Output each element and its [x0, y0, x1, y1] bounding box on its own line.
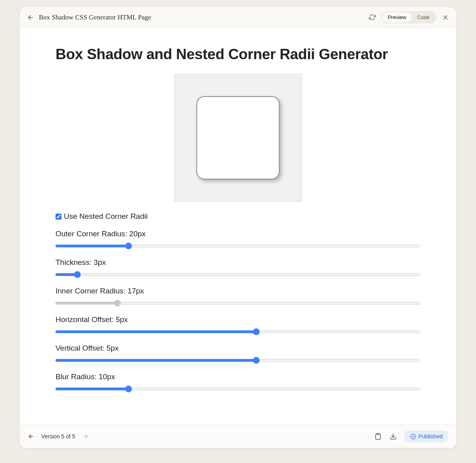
control-inner_radius: Inner Corner Radius: 17px: [56, 287, 420, 307]
close-icon[interactable]: [442, 14, 449, 21]
version-label: Version 5 of 5: [41, 433, 75, 440]
control-label-outer_radius: Outer Corner Radius: 20px: [56, 230, 420, 238]
nested-radii-checkbox-row[interactable]: Use Nested Corner Radii: [56, 212, 420, 221]
control-blur: Blur Radius: 10px: [56, 372, 420, 392]
footer: Version 5 of 5 Published: [20, 424, 456, 448]
control-thickness: Thickness: 3px: [56, 258, 420, 278]
app-window: Box Shadow CSS Generator HTML Page Previ…: [20, 7, 456, 448]
slider-fill: [56, 330, 256, 333]
nested-radii-checkbox[interactable]: [56, 214, 61, 220]
slider-thumb[interactable]: [125, 386, 132, 392]
nested-radii-label: Use Nested Corner Radii: [64, 212, 148, 221]
check-circle-icon: [410, 434, 416, 440]
version-nav: Version 5 of 5: [28, 433, 89, 440]
slider-thickness[interactable]: [56, 271, 420, 278]
svg-rect-5: [377, 434, 379, 435]
page-title: Box Shadow and Nested Corner Radii Gener…: [56, 46, 420, 63]
slider-track: [56, 273, 420, 276]
slider-outer_radius[interactable]: [56, 242, 420, 249]
slider-inner_radius: [56, 299, 420, 307]
tab-preview[interactable]: Preview: [382, 12, 412, 22]
published-label: Published: [418, 433, 443, 440]
control-label-h_offset: Horizontal Offset: 5px: [56, 315, 420, 324]
preview-inner-box: [196, 96, 280, 179]
slider-thumb[interactable]: [74, 271, 81, 278]
next-version-icon[interactable]: [83, 433, 89, 440]
control-label-blur: Blur Radius: 10px: [56, 372, 420, 381]
slider-thumb[interactable]: [253, 328, 260, 335]
control-label-v_offset: Vertical Offset: 5px: [56, 344, 420, 353]
tab-code[interactable]: Code: [412, 12, 435, 22]
prev-version-icon[interactable]: [28, 433, 34, 440]
back-arrow-icon[interactable]: [27, 14, 34, 21]
slider-blur[interactable]: [56, 385, 420, 392]
published-badge[interactable]: Published: [405, 430, 449, 442]
slider-fill: [56, 302, 117, 305]
slider-fill: [56, 388, 129, 390]
slider-thumb: [114, 300, 121, 307]
control-h_offset: Horizontal Offset: 5px: [56, 315, 420, 335]
clipboard-icon[interactable]: [374, 433, 382, 440]
window-title: Box Shadow CSS Generator HTML Page: [39, 14, 364, 21]
slider-fill: [56, 359, 256, 362]
control-label-inner_radius: Inner Corner Radius: 17px: [56, 287, 420, 295]
slider-thumb[interactable]: [125, 243, 132, 249]
titlebar-actions: Preview Code: [369, 11, 449, 23]
titlebar: Box Shadow CSS Generator HTML Page Previ…: [20, 7, 456, 28]
control-outer_radius: Outer Corner Radius: 20px: [56, 230, 420, 249]
control-label-thickness: Thickness: 3px: [56, 258, 420, 267]
slider-thumb[interactable]: [253, 357, 260, 364]
slider-h_offset[interactable]: [56, 328, 420, 335]
preview-container: [56, 74, 420, 202]
slider-fill: [56, 245, 129, 247]
preview-outer-box: [174, 74, 302, 202]
slider-v_offset[interactable]: [56, 357, 420, 364]
controls-list: Outer Corner Radius: 20pxThickness: 3pxI…: [56, 230, 420, 392]
control-v_offset: Vertical Offset: 5px: [56, 344, 420, 364]
svg-point-7: [411, 434, 416, 439]
view-toggle: Preview Code: [381, 11, 436, 23]
refresh-icon[interactable]: [369, 14, 376, 21]
download-icon[interactable]: [390, 433, 397, 440]
content-area: Box Shadow and Nested Corner Radii Gener…: [20, 28, 456, 424]
